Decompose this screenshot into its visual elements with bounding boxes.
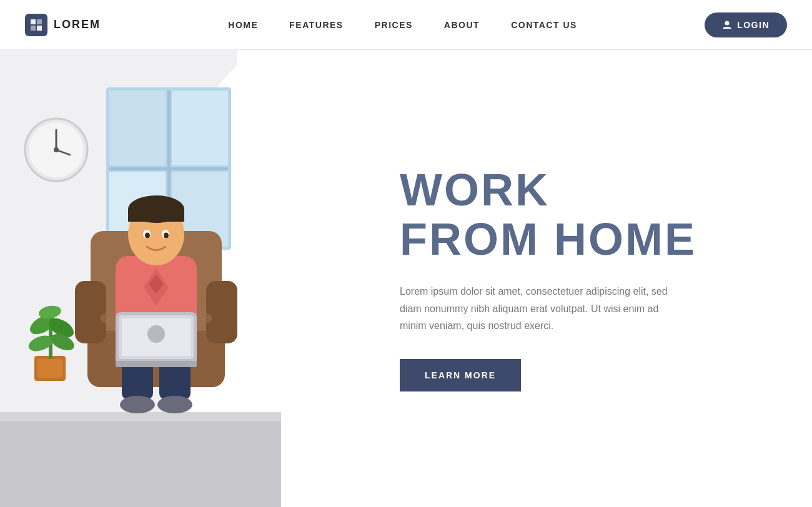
logo[interactable]: LOREM — [25, 14, 101, 36]
svg-rect-53 — [116, 361, 197, 367]
nav-contact[interactable]: CONTACT US — [511, 20, 577, 30]
hero-text-panel: WORK FROM HOME Lorem ipsum dolor sit ame… — [350, 50, 812, 507]
svg-point-37 — [120, 396, 155, 413]
login-button[interactable]: LOGIN — [705, 12, 787, 37]
svg-point-4 — [725, 21, 730, 25]
hero-description: Lorem ipsum dolor sit amet, consectetuer… — [400, 283, 675, 334]
nav-home[interactable]: HOME — [228, 20, 258, 30]
user-icon — [722, 20, 732, 30]
logo-text: LOREM — [54, 18, 101, 31]
nav-links: HOME FEATURES PRICES ABOUT CONTACT US — [228, 20, 577, 30]
svg-rect-10 — [172, 91, 228, 165]
svg-point-38 — [157, 396, 192, 413]
svg-rect-3 — [37, 26, 42, 31]
logo-icon — [25, 14, 47, 36]
learn-more-button[interactable]: LEARN MORE — [400, 359, 521, 391]
svg-rect-23 — [37, 359, 62, 378]
svg-point-47 — [145, 233, 150, 239]
svg-point-19 — [54, 147, 59, 152]
navbar: LOREM HOME FEATURES PRICES ABOUT CONTACT… — [0, 0, 812, 50]
svg-rect-0 — [31, 19, 36, 24]
svg-rect-9 — [109, 91, 166, 165]
svg-rect-14 — [109, 167, 228, 170]
nav-prices[interactable]: PRICES — [375, 20, 413, 30]
hero-title: WORK FROM HOME — [400, 165, 762, 264]
svg-rect-33 — [206, 281, 237, 343]
hero-illustration — [0, 50, 350, 507]
svg-rect-32 — [75, 281, 106, 343]
illustration-panel — [0, 50, 350, 507]
nav-features[interactable]: FEATURES — [289, 20, 343, 30]
svg-rect-2 — [31, 26, 36, 31]
svg-rect-20 — [0, 412, 281, 507]
svg-rect-1 — [37, 19, 42, 24]
svg-rect-21 — [0, 412, 281, 421]
svg-rect-44 — [128, 209, 184, 222]
svg-point-52 — [147, 325, 165, 343]
svg-point-48 — [164, 233, 169, 239]
main-content: WORK FROM HOME Lorem ipsum dolor sit ame… — [0, 50, 812, 507]
nav-about[interactable]: ABOUT — [444, 20, 480, 30]
